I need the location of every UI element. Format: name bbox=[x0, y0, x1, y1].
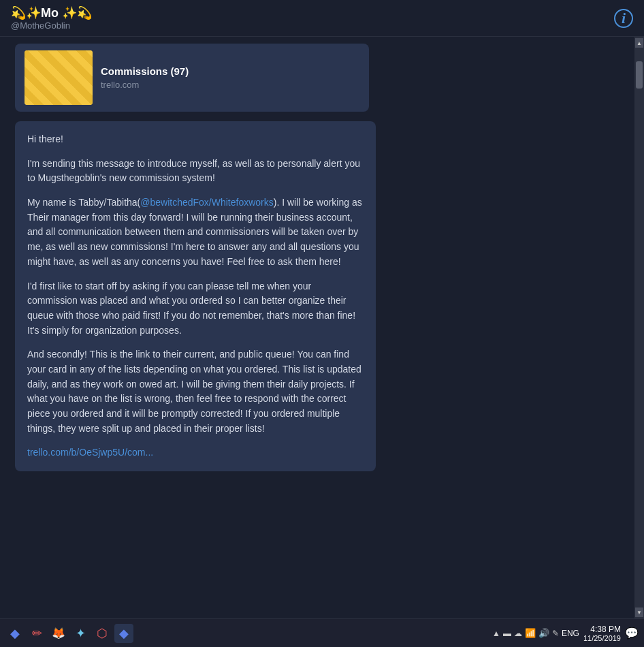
scrollbar-track-area[interactable] bbox=[635, 48, 643, 607]
tray-volume[interactable]: 🔊 bbox=[538, 628, 549, 638]
scrollbar-thumb[interactable] bbox=[636, 61, 643, 89]
trello-queue-link[interactable]: trello.com/b/OeSjwp5U/com... bbox=[27, 447, 153, 458]
message-para4: And secondly! This is the link to their … bbox=[27, 347, 364, 436]
tray-battery: ▬ bbox=[503, 629, 511, 638]
trello-card[interactable]: Commissions (97) trello.com bbox=[15, 44, 369, 112]
contact-handle: @MotheGoblin bbox=[11, 20, 92, 31]
tray-lang: ENG bbox=[562, 629, 579, 638]
taskbar-apps: ◆ ✏ 🦊 ✦ ⬡ ◆ bbox=[5, 624, 133, 643]
tray-chevron[interactable]: ▲ bbox=[492, 629, 500, 638]
taskbar-app5[interactable]: ⬡ bbox=[93, 624, 112, 643]
notification-icon[interactable]: 💬 bbox=[625, 627, 639, 640]
scrollbar[interactable]: ▲ ▼ bbox=[634, 37, 644, 618]
message-bubble: Hi there! I'm sending this message to in… bbox=[15, 121, 376, 471]
taskbar-app1[interactable]: ◆ bbox=[5, 624, 25, 643]
scrollbar-down-button[interactable]: ▼ bbox=[635, 607, 643, 617]
info-icon[interactable]: i bbox=[614, 9, 633, 28]
trello-title: Commissions (97) bbox=[101, 65, 189, 77]
taskbar: ◆ ✏ 🦊 ✦ ⬡ ◆ ▲ ▬ ☁ 📶 🔊 ✎ ENG 4:38 PM 11/2… bbox=[0, 618, 644, 647]
trello-thumbnail bbox=[25, 50, 93, 105]
chat-area[interactable]: Commissions (97) trello.com Hi there! I'… bbox=[7, 37, 634, 618]
system-tray: ▲ ▬ ☁ 📶 🔊 ✎ ENG bbox=[492, 628, 579, 638]
clock-time: 4:38 PM bbox=[590, 625, 621, 634]
message-greeting: Hi there! bbox=[27, 132, 364, 147]
clock[interactable]: 4:38 PM 11/25/2019 bbox=[583, 625, 621, 642]
duck-image bbox=[25, 50, 93, 105]
taskbar-app2[interactable]: ✏ bbox=[27, 624, 46, 643]
twitter-link[interactable]: @bewitchedFox/Whitefoxworks bbox=[140, 197, 274, 208]
trello-info: Commissions (97) trello.com bbox=[101, 65, 189, 90]
message-para3: I'd first like to start off by asking if… bbox=[27, 279, 364, 338]
taskbar-app3[interactable]: 🦊 bbox=[49, 624, 68, 643]
tray-wifi[interactable]: 📶 bbox=[525, 628, 536, 638]
contact-info: 💫✨Mo ✨💫 @MotheGoblin bbox=[11, 5, 92, 31]
tray-cloud[interactable]: ☁ bbox=[514, 629, 522, 638]
left-sidebar bbox=[0, 37, 7, 618]
message-para1: I'm sending this message to introduce my… bbox=[27, 157, 364, 186]
taskbar-app6[interactable]: ◆ bbox=[114, 624, 133, 643]
scrollbar-up-button[interactable]: ▲ bbox=[635, 38, 643, 48]
contact-username: 💫✨Mo ✨💫 bbox=[11, 5, 92, 20]
tray-pen[interactable]: ✎ bbox=[552, 629, 559, 638]
taskbar-app4[interactable]: ✦ bbox=[71, 624, 90, 643]
trello-url: trello.com bbox=[101, 80, 189, 90]
chat-header: 💫✨Mo ✨💫 @MotheGoblin i bbox=[0, 0, 644, 37]
taskbar-right: ▲ ▬ ☁ 📶 🔊 ✎ ENG 4:38 PM 11/25/2019 💬 bbox=[492, 625, 639, 642]
main-content: Commissions (97) trello.com Hi there! I'… bbox=[0, 37, 644, 618]
message-para2: My name is Tabby/Tabitha(@bewitchedFox/W… bbox=[27, 195, 364, 269]
clock-date: 11/25/2019 bbox=[583, 634, 621, 642]
message-trello-link: trello.com/b/OeSjwp5U/com... bbox=[27, 445, 364, 460]
